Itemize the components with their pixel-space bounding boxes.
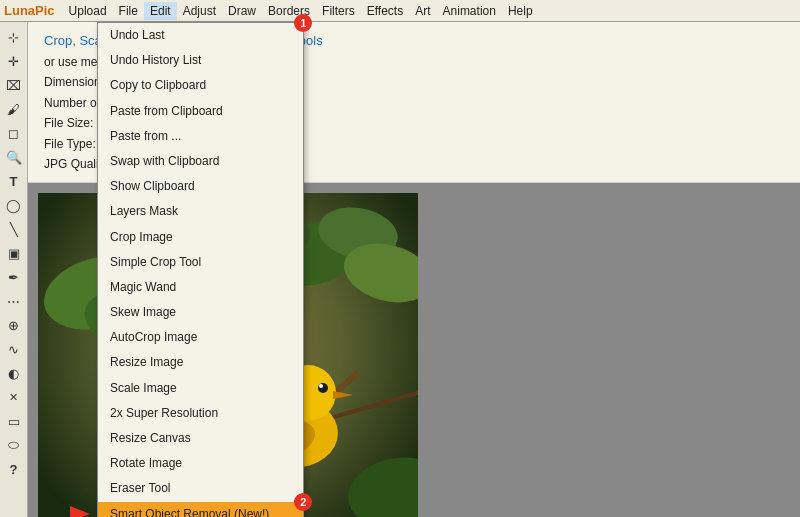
dropdown-item-layers-mask[interactable]: Layers Mask <box>98 199 303 224</box>
eyedropper-tool[interactable]: ✒ <box>3 266 25 288</box>
darken-tool[interactable]: ◐ <box>3 362 25 384</box>
dropdown-item-autocrop[interactable]: AutoCrop Image <box>98 325 303 350</box>
fill-tool[interactable]: ▣ <box>3 242 25 264</box>
annotation-2: 2 <box>294 493 312 511</box>
menu-edit[interactable]: Edit <box>144 2 177 20</box>
dropdown-item-smart-object-removal[interactable]: Smart Object Removal (New!) <box>98 502 303 517</box>
menu-animation[interactable]: Animation <box>437 2 502 20</box>
dropdown-item-show-clipboard[interactable]: Show Clipboard <box>98 174 303 199</box>
rect-tool[interactable]: ▭ <box>3 410 25 432</box>
eraser-tool[interactable]: ◻ <box>3 122 25 144</box>
dropdown-item-copy-clipboard[interactable]: Copy to Clipboard <box>98 73 303 98</box>
dropdown-item-undo-last[interactable]: Undo Last <box>98 23 303 48</box>
left-toolbar: ⊹ ✛ ⌧ 🖌 ◻ 🔍 T ◯ ╲ ▣ ✒ ⋯ ⊕ ∿ ◐ ✕ ▭ ⬭ ? <box>0 22 28 517</box>
crop-tool[interactable]: ⌧ <box>3 74 25 96</box>
text-tool[interactable]: T <box>3 170 25 192</box>
menu-help[interactable]: Help <box>502 2 539 20</box>
menu-upload[interactable]: Upload <box>63 2 113 20</box>
dropdown-item-super-resolution[interactable]: 2x Super Resolution <box>98 401 303 426</box>
line-tool[interactable]: ╲ <box>3 218 25 240</box>
paint-tool[interactable]: 🖌 <box>3 98 25 120</box>
menu-bar: LunaPic Upload File Edit Adjust Draw Bor… <box>0 0 800 22</box>
dropdown-item-crop-image[interactable]: Crop Image <box>98 225 303 250</box>
menu-art[interactable]: Art <box>409 2 436 20</box>
help-tool[interactable]: ? <box>3 458 25 480</box>
svg-point-13 <box>318 383 328 393</box>
svg-point-14 <box>319 384 323 388</box>
dropdown-item-paste-clipboard[interactable]: Paste from Clipboard <box>98 99 303 124</box>
app-logo: LunaPic <box>4 3 55 18</box>
select-tool[interactable]: ⊹ <box>3 26 25 48</box>
dropdown-item-skew-image[interactable]: Skew Image <box>98 300 303 325</box>
dropdown-item-resize-canvas[interactable]: Resize Canvas <box>98 426 303 451</box>
move-tool[interactable]: ✛ <box>3 50 25 72</box>
close-tool[interactable]: ✕ <box>3 386 25 408</box>
menu-adjust[interactable]: Adjust <box>177 2 222 20</box>
dropdown-item-magic-wand[interactable]: Magic Wand <box>98 275 303 300</box>
dropdown-item-simple-crop[interactable]: Simple Crop Tool <box>98 250 303 275</box>
menu-effects[interactable]: Effects <box>361 2 409 20</box>
dropdown-item-paste-from[interactable]: Paste from ... <box>98 124 303 149</box>
menu-file[interactable]: File <box>113 2 144 20</box>
smudge-tool[interactable]: ∿ <box>3 338 25 360</box>
clone-tool[interactable]: ⊕ <box>3 314 25 336</box>
brush-tool[interactable]: ⋯ <box>3 290 25 312</box>
dropdown-item-undo-history[interactable]: Undo History List <box>98 48 303 73</box>
dropdown-item-scale-image[interactable]: Scale Image <box>98 376 303 401</box>
zoom-tool[interactable]: 🔍 <box>3 146 25 168</box>
dropdown-item-swap-clipboard[interactable]: Swap with Clipboard <box>98 149 303 174</box>
ellipse-tool[interactable]: ⬭ <box>3 434 25 456</box>
dropdown-item-eraser-tool[interactable]: Eraser Tool <box>98 476 303 501</box>
menu-draw[interactable]: Draw <box>222 2 262 20</box>
menu-filters[interactable]: Filters <box>316 2 361 20</box>
annotation-arrow-2 <box>70 506 90 517</box>
dropdown-menu: Undo Last 1 Undo History List Copy to Cl… <box>97 22 304 517</box>
shape-tool[interactable]: ◯ <box>3 194 25 216</box>
dropdown-item-resize-image[interactable]: Resize Image <box>98 350 303 375</box>
dropdown-item-rotate-image[interactable]: Rotate Image <box>98 451 303 476</box>
